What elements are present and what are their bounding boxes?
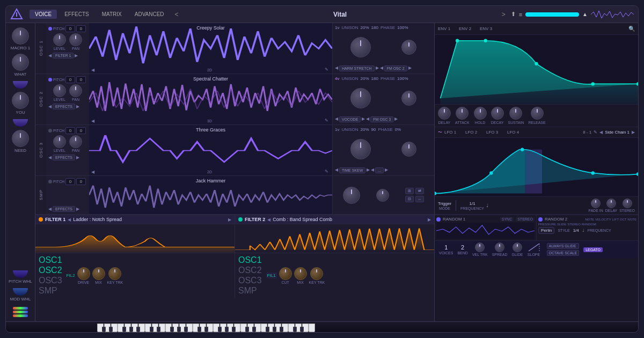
smp-pitch-val2[interactable]: 0 [76,178,86,185]
osc2-fm-next[interactable]: ▶ [394,116,398,122]
piano-key-black[interactable] [218,327,222,332]
osc3-pitch-val2[interactable]: 0 [76,127,86,134]
filter1-drive-knob[interactable] [77,267,90,280]
osc1-big-knob-2[interactable] [401,40,416,55]
env-attack-knob[interactable] [456,107,469,120]
smp-filter-next[interactable]: ▶ [76,207,79,211]
osc2-wave-prev[interactable]: ◀ [91,119,94,123]
osc3-active-dot[interactable] [48,129,52,133]
filter1-keytrk-knob[interactable] [108,267,121,280]
lfo2-label[interactable]: LFO 2 [465,130,484,135]
osc3-filter-btn[interactable]: EFFECTS [53,155,75,160]
piano-key-black[interactable] [252,327,256,332]
osc3-edit-icon[interactable]: ✎ [325,169,330,174]
filter2-fil-label[interactable]: FIL1 [266,273,277,278]
pitch-wheel[interactable] [13,270,28,278]
piano-key-white[interactable] [309,324,315,332]
osc1-fm-next[interactable]: ▶ [408,65,412,71]
osc2-vocode-next[interactable]: ▶ [362,116,365,122]
osc1-wave-prev[interactable]: ◀ [91,68,94,72]
osc1-fm-btn[interactable]: FM OSC 2 [384,65,407,71]
piano-key-black[interactable] [245,327,249,332]
piano-key-black[interactable] [177,327,181,332]
lfo4-fadein-knob[interactable] [591,199,601,208]
smp-level-knob[interactable] [343,187,360,204]
osc3-big-knob-2[interactable] [401,142,416,157]
osc1-edit-icon[interactable]: ✎ [325,67,330,72]
smp-icon-3[interactable]: ⊟ [405,196,414,202]
env1-label[interactable]: ENV 1 [438,26,457,31]
osc3-filter-prev[interactable]: ◀ [48,155,52,160]
smp-filter-btn[interactable]: EFFECTS [53,206,75,212]
piano-key-black[interactable] [129,327,133,332]
osc2-filter-prev[interactable]: ◀ [48,104,52,109]
macro-3-knob[interactable] [12,92,29,109]
osc2-active-dot[interactable] [48,78,52,82]
filter2-graph[interactable] [235,224,434,253]
osc2-vocode-prev[interactable]: ◀ [335,116,338,122]
random2-dot[interactable] [538,217,543,222]
smp-active-dot[interactable] [48,180,52,183]
osc2-filter-btn[interactable]: EFFECTS [53,104,75,109]
osc3-ts-btn[interactable]: TIME SKEW [339,167,365,173]
piano-key-black[interactable] [136,327,140,332]
filter2-dot[interactable] [238,217,243,222]
octave-scale-btn[interactable]: OCTAVE SCALE [547,250,580,256]
env-release-knob[interactable] [531,107,544,120]
osc1-filter-btn[interactable]: FILTER 1 [53,53,74,58]
piano-key-black[interactable] [300,327,304,332]
piano-keys[interactable] [97,324,315,332]
macro-4-knob[interactable] [12,130,29,147]
filter2-mix-knob[interactable] [294,267,307,280]
lfo1-chain-prev[interactable]: ◀ [599,130,603,135]
filter2-keytrk-knob[interactable] [310,267,323,280]
osc1-harm-prev[interactable]: ◀ [335,65,338,71]
osc2-waveform[interactable]: Spectral Chatter ◀ 3D ✎ [89,74,332,124]
osc1-filter-prev[interactable]: ◀ [48,53,52,58]
random1-sync[interactable]: SYNC [500,217,514,222]
osc1-harm-next[interactable]: ▶ [376,65,379,71]
filter1-dot[interactable] [39,217,43,222]
mod-wheel[interactable] [13,288,28,296]
osc2-pitch-val2[interactable]: 0 [76,76,86,83]
piano-key-black[interactable] [170,327,174,332]
always-glide-btn[interactable]: ALWAYS GLIDE [547,243,580,249]
osc3-extra-next[interactable]: ▶ [385,167,388,173]
osc2-edit-icon[interactable]: ✎ [325,118,330,123]
lfo1-chain-next[interactable]: ▶ [632,130,635,135]
osc2-pitch-val1[interactable]: 0 [65,76,75,83]
env3-label[interactable]: ENV 3 [480,26,499,31]
filter1-mix-knob[interactable] [92,267,105,280]
osc1-pan-knob[interactable] [69,33,82,46]
macro-2-knob[interactable] [12,54,29,71]
lfo-graph-area[interactable] [435,138,638,197]
piano-key-black[interactable] [273,327,276,332]
preset-next-arrow[interactable]: > [499,11,509,18]
filter1-name-prev[interactable]: ◀ [68,217,71,222]
piano-key-black[interactable] [266,327,269,332]
tab-effects[interactable]: EFFECTS [59,10,94,19]
preset-prev-arrow[interactable]: < [172,11,182,18]
piano-key-black[interactable] [184,327,188,332]
env-graph-area[interactable] [435,35,638,105]
osc3-extra-prev[interactable]: ◀ [371,167,374,173]
env-search-icon[interactable]: 🔍 [628,26,635,32]
lfo1-edit-icon[interactable]: ✎ [594,130,597,135]
smp-pitch-val1[interactable]: 0 [65,178,75,185]
filter2-name-next[interactable]: ▶ [428,217,431,222]
filter2-cut-knob[interactable] [279,267,292,280]
lfo4-delay-knob[interactable] [606,199,616,208]
osc3-ts-next[interactable]: ▶ [367,167,370,173]
osc1-fm-prev[interactable]: ◀ [380,65,383,71]
piano-key-black[interactable] [280,327,283,332]
upload-icon[interactable]: ⬆ [511,11,516,18]
lfo4-stereo-knob[interactable] [623,199,632,208]
osc3-level-knob[interactable] [53,135,66,148]
random1-dot[interactable] [436,217,441,222]
osc2-pan-knob[interactable] [69,84,82,97]
osc2-vocode-btn[interactable]: VOCODE [339,116,361,122]
osc1-filter-next[interactable]: ▶ [75,53,78,58]
osc2-fm-btn[interactable]: FM OSC 3 [370,116,393,122]
env-delay-knob[interactable] [438,107,451,120]
vel-trk-knob[interactable] [475,243,485,252]
